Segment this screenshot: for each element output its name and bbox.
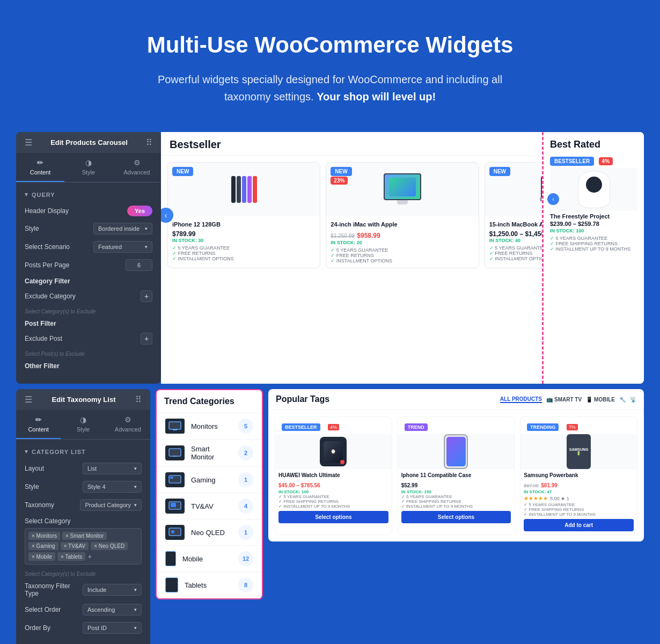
best-rated-image (550, 168, 637, 211)
trend-item-mobile[interactable]: Mobile 12 (157, 546, 262, 572)
select-category-tags[interactable]: × Monitors × Smart Monitor × Gaming × TV… (25, 528, 142, 565)
feature-1: 5 YEARS GUARANTEE (172, 245, 316, 251)
tag-add-btn[interactable]: + (87, 552, 92, 561)
tab-content[interactable]: ✏ Content (16, 153, 64, 182)
style4-select[interactable]: Style 4 (83, 481, 142, 493)
tab-all-products[interactable]: ALL PRODUCTS (500, 396, 542, 403)
select-order-label: Select Order (25, 606, 61, 613)
huawei-info: HUAWEI Watch Ultimate $45.00 – $785.56 I… (275, 469, 392, 526)
huawei-discount: 4% (328, 424, 339, 430)
tag-gaming[interactable]: × Gaming (28, 542, 58, 550)
huawei-select-options-btn[interactable]: Select options (278, 511, 388, 523)
macbook-badge: NEW (489, 167, 510, 176)
taxonomy-tab-content-label: Content (28, 426, 49, 433)
tab-smart-tv[interactable]: 📺SMART TV (546, 397, 582, 402)
samsung-image: SAMSUNG🔋 (520, 434, 637, 469)
tag-smart-monitor[interactable]: × Smart Monitor (62, 532, 107, 540)
samsung-badge: TRENDING (527, 423, 559, 431)
trend-item-tvav[interactable]: TV&AV 4 (157, 493, 262, 519)
huawei-name: HUAWEI Watch Ultimate (278, 472, 388, 478)
post-filter-title: Post Filter (25, 320, 152, 327)
tab-advanced-label: Advanced (124, 169, 150, 175)
tab-style-label: Style (82, 169, 95, 175)
panel-content-area: QUERY Header Display Yes Style Bordered … (16, 182, 161, 384)
trend-item-tablets[interactable]: Tablets 8 (157, 572, 262, 598)
order-by-select[interactable]: Post ID (83, 622, 142, 634)
feature-2: FREE RETURNS (172, 251, 316, 256)
tab-advanced[interactable]: ⚙ Advanced (113, 153, 161, 182)
iphone11-select-options-btn[interactable]: Select options (401, 511, 511, 523)
taxonomy-tab-style[interactable]: ◑ Style (61, 410, 105, 439)
smart-monitor-icon (165, 445, 185, 460)
neo-qled-count: 1 (238, 525, 253, 540)
pencil-icon: ✏ (37, 158, 43, 167)
taxonomy-filter-type-label: Taxonomy Filter Type (25, 582, 83, 597)
tablets-icon (165, 577, 178, 592)
style-select[interactable]: Bordered inside (93, 223, 152, 235)
tag-neo-qled[interactable]: × Neo QLED (91, 542, 128, 550)
header-display-field: Header Display Yes (25, 206, 152, 216)
tag-monitors[interactable]: × Monitors (28, 532, 60, 540)
hero-subtitle-bold: Your shop will level up! (317, 91, 436, 103)
scenario-label: Select Scenario (25, 243, 70, 251)
samsung-rating-row: ★★★★★ 5.00 ★ 1 (524, 495, 634, 501)
exclude-post-add-btn[interactable]: + (141, 333, 152, 345)
best-rated-nav-left[interactable]: ‹ (547, 193, 559, 205)
taxonomy-value: Product Category (85, 502, 131, 508)
samsung-add-to-cart-btn[interactable]: Add to cart (524, 519, 634, 531)
imac-stock: IN STOCK: 20 (331, 240, 474, 245)
exclude-category-add-btn[interactable]: + (141, 290, 152, 302)
svg-rect-2 (169, 449, 181, 456)
category-list-header: CATEGORY LIST (25, 448, 142, 455)
powerbank-shape: SAMSUNG🔋 (567, 434, 591, 469)
tab-style[interactable]: ◑ Style (64, 153, 113, 182)
monitors-count: 5 (238, 419, 253, 434)
iphone-colors (231, 176, 257, 203)
tag-tvav[interactable]: × TV&AV (61, 542, 89, 550)
imac-price-old: $1,250.89 (331, 233, 355, 239)
scenario-select[interactable]: Featured (93, 241, 152, 253)
taxonomy-select[interactable]: Product Category (80, 499, 142, 511)
taxonomy-panel-title: Edit Taxonomy List (38, 396, 130, 404)
tab-more[interactable]: 🔧 (619, 397, 626, 402)
mobile-name: Mobile (182, 555, 232, 563)
taxonomy-tab-advanced[interactable]: ⚙ Advanced (106, 410, 150, 439)
taxonomy-filter-type-select[interactable]: Include (83, 584, 142, 596)
layout-select[interactable]: List (83, 463, 142, 474)
hero-title: Multi-Use WooCommerce Widgets (43, 32, 617, 58)
tag-mobile[interactable]: × Mobile (28, 552, 55, 561)
iphone-info: iPhone 12 128GB $789.99 IN STOCK: 30 5 Y… (168, 216, 320, 266)
iphone-stock: IN STOCK: 30 (172, 238, 316, 243)
taxonomy-tab-content[interactable]: ✏ Content (16, 410, 61, 439)
imac-feature-2: FREE RETURNS (331, 253, 474, 258)
taxonomy-panel-content: CATEGORY LIST Layout List Style Style 4 … (16, 440, 150, 644)
neo-qled-name: Neo QLED (191, 529, 232, 537)
order-by-value: Post ID (87, 625, 107, 631)
imac-price-new: $958.99 (357, 232, 380, 239)
header-display-toggle[interactable]: Yes (127, 206, 152, 216)
samsung-badges: TRENDING 7% (520, 417, 637, 434)
tag-tablets[interactable]: × Tablets (57, 552, 85, 561)
iphone11-stock: IN STOCK: 150 (401, 489, 511, 494)
hero-section: Multi-Use WooCommerce Widgets Powerful w… (0, 0, 660, 127)
bestseller-title: Bestseller (170, 138, 221, 151)
popular-tags-panel: Popular Tags ALL PRODUCTS 📺SMART TV 📱MOB… (268, 389, 644, 541)
trend-item-gaming[interactable]: Gaming 1 (157, 467, 262, 493)
tab-wifi[interactable]: 📡 (630, 397, 636, 402)
select-order-select[interactable]: Ascending (83, 604, 142, 616)
tablets-count: 8 (238, 577, 253, 592)
product-card-imac: NEW 23% 24-inch iMac with Apple $1,250.8… (326, 162, 479, 268)
posts-per-page-input[interactable]: 6 (126, 259, 152, 271)
product-huawei-watch: BESTSELLER 4% ⌚ HUAWEI Watch Ultimate $4… (275, 416, 392, 535)
trend-item-smart-monitor[interactable]: Smart Monitor 2 (157, 440, 262, 467)
freestyle-shape (578, 171, 610, 208)
trend-item-monitors[interactable]: Monitors 5 (157, 413, 262, 440)
select-category-field: Select Category × Monitors × Smart Monit… (25, 517, 142, 565)
trend-item-neo-qled[interactable]: Neo QLED 1 (157, 519, 262, 546)
taxonomy-select-hint: Select Category(s) to Exclude (25, 571, 142, 577)
gaming-count: 1 (238, 472, 253, 487)
imac-info: 24-inch iMac with Apple $1,250.89 $958.9… (326, 216, 478, 268)
gaming-icon (165, 472, 185, 487)
tab-mobile[interactable]: 📱MOBILE (586, 397, 615, 402)
monitors-icon (165, 419, 185, 434)
